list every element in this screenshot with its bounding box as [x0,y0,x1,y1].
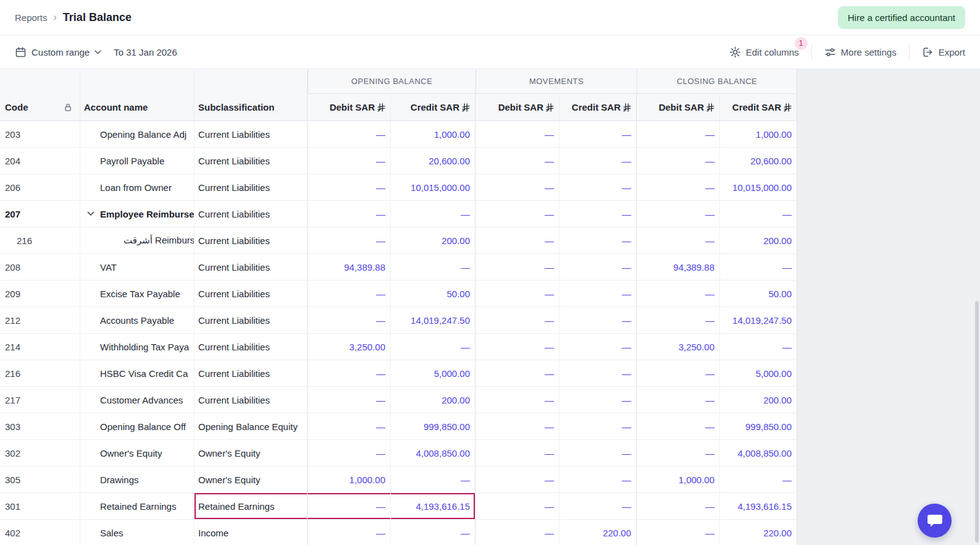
closing-credit-cell[interactable]: 4,193,616.15 [720,493,797,520]
table-row[interactable]: 204 Payroll Payable Current Liabilities … [0,148,797,174]
opening-debit-cell[interactable]: — [308,121,391,148]
movements-debit-cell[interactable]: — [475,148,559,174]
closing-credit-cell[interactable]: — [720,467,797,493]
account-name-cell[interactable]: Drawings [80,467,195,493]
account-name-cell[interactable]: أشرقت Reimburse [80,227,195,254]
opening-credit-cell[interactable]: 14,019,247.50 [391,307,475,334]
closing-debit-cell[interactable]: — [637,121,720,148]
movements-credit-cell[interactable]: — [559,148,637,174]
opening-debit-cell[interactable]: — [308,281,391,307]
table-row[interactable]: 305 Drawings Owner's Equity 1,000.00 — —… [0,467,797,493]
opening-debit-cell[interactable]: — [308,174,391,201]
account-name-cell[interactable]: VAT [80,254,195,281]
closing-debit-cell[interactable]: — [637,520,720,545]
opening-credit-cell[interactable]: 200.00 [391,227,475,254]
vertical-scrollbar[interactable] [975,301,979,543]
opening-credit-cell[interactable]: 5,000.00 [391,360,475,387]
table-row[interactable]: 301 Retained Earnings Retained Earnings … [0,493,797,520]
closing-debit-cell[interactable]: — [637,281,720,307]
table-row[interactable]: 207 Employee Reimburse Current Liabiliti… [0,201,797,227]
date-range-picker[interactable]: Custom range [15,46,101,58]
account-name-cell[interactable]: Payroll Payable [80,148,195,174]
opening-debit-cell[interactable]: — [308,307,391,334]
movements-credit-cell[interactable]: — [559,440,637,467]
edit-columns-button[interactable]: Edit columns 1 [729,46,799,58]
closing-debit-cell[interactable]: — [637,148,720,174]
movements-debit-cell[interactable]: — [475,413,559,440]
column-header-account-name[interactable]: Account name [80,94,195,121]
movements-debit-cell[interactable]: — [475,360,559,387]
closing-credit-cell[interactable]: 1,000.00 [720,121,797,148]
movements-debit-cell[interactable]: — [475,307,559,334]
opening-debit-cell[interactable]: 1,000.00 [308,467,391,493]
date-range-to[interactable]: To 31 Jan 2026 [114,47,177,57]
movements-credit-cell[interactable]: — [559,334,637,360]
closing-credit-cell[interactable]: 999,850.00 [720,413,797,440]
table-row[interactable]: 212 Accounts Payable Current Liabilities… [0,307,797,334]
more-settings-button[interactable]: More settings [824,46,897,58]
movements-debit-cell[interactable]: — [475,254,559,281]
table-row[interactable]: 214 Withholding Tax Paya Current Liabili… [0,334,797,360]
opening-debit-cell[interactable]: — [308,227,391,254]
closing-credit-cell[interactable]: — [720,254,797,281]
closing-debit-cell[interactable]: 1,000.00 [637,467,720,493]
opening-credit-cell[interactable]: — [391,201,475,227]
closing-debit-cell[interactable]: — [637,174,720,201]
opening-credit-cell[interactable]: — [391,334,475,360]
account-name-cell[interactable]: Opening Balance Off [80,413,195,440]
opening-credit-cell[interactable]: — [391,254,475,281]
column-header-opening-debit[interactable]: Debit SAR [308,94,391,121]
movements-credit-cell[interactable]: — [559,307,637,334]
movements-debit-cell[interactable]: — [475,467,559,493]
closing-debit-cell[interactable]: — [637,201,720,227]
account-name-cell[interactable]: Loan from Owner [80,174,195,201]
movements-debit-cell[interactable]: — [475,440,559,467]
movements-debit-cell[interactable]: — [475,281,559,307]
movements-debit-cell[interactable]: — [475,227,559,254]
account-name-cell[interactable]: Sales [80,520,195,545]
opening-debit-cell[interactable]: — [308,440,391,467]
table-row[interactable]: 206 Loan from Owner Current Liabilities … [0,174,797,201]
closing-debit-cell[interactable]: — [637,440,720,467]
opening-debit-cell[interactable]: — [308,360,391,387]
movements-credit-cell[interactable]: — [559,201,637,227]
column-header-closing-debit[interactable]: Debit SAR [637,94,720,121]
opening-debit-cell[interactable]: — [308,413,391,440]
movements-debit-cell[interactable]: — [475,387,559,413]
movements-credit-cell[interactable]: — [559,174,637,201]
movements-credit-cell[interactable]: 220.00 [559,520,637,545]
opening-debit-cell[interactable]: 3,250.00 [308,334,391,360]
closing-credit-cell[interactable]: 4,008,850.00 [720,440,797,467]
movements-credit-cell[interactable]: — [559,413,637,440]
table-row[interactable]: 216 HSBC Visa Credit Ca Current Liabilit… [0,360,797,387]
closing-credit-cell[interactable]: 10,015,000.00 [720,174,797,201]
opening-credit-cell[interactable]: 4,008,850.00 [391,440,475,467]
closing-debit-cell[interactable]: 94,389.88 [637,254,720,281]
opening-credit-cell[interactable]: 50.00 [391,281,475,307]
closing-debit-cell[interactable]: 3,250.00 [637,334,720,360]
account-name-cell[interactable]: Accounts Payable [80,307,195,334]
account-name-cell[interactable]: Customer Advances [80,387,195,413]
chat-widget-button[interactable] [918,504,952,538]
opening-credit-cell[interactable]: 200.00 [391,387,475,413]
account-name-cell[interactable]: Employee Reimburse [80,201,195,227]
table-row[interactable]: 402 Sales Income — — — 220.00 — 220.00 [0,520,797,545]
column-header-opening-credit[interactable]: Credit SAR [391,94,475,121]
account-name-cell[interactable]: Owner's Equity [80,440,195,467]
table-row[interactable]: 216 أشرقت Reimburse Current Liabilities … [0,227,797,254]
movements-credit-cell[interactable]: — [559,493,637,520]
table-row[interactable]: 203 Opening Balance Adj Current Liabilit… [0,121,797,148]
opening-credit-cell[interactable]: — [391,467,475,493]
closing-debit-cell[interactable]: — [637,227,720,254]
chevron-down-icon[interactable] [87,211,94,216]
opening-credit-cell[interactable]: 999,850.00 [391,413,475,440]
movements-debit-cell[interactable]: — [475,493,559,520]
column-header-movements-credit[interactable]: Credit SAR [559,94,637,121]
table-row[interactable]: 217 Customer Advances Current Liabilitie… [0,387,797,413]
closing-credit-cell[interactable]: — [720,201,797,227]
opening-debit-cell[interactable]: — [308,148,391,174]
closing-debit-cell[interactable]: — [637,307,720,334]
breadcrumb-reports-link[interactable]: Reports [15,12,48,23]
opening-debit-cell[interactable]: — [308,493,391,520]
column-header-closing-credit[interactable]: Credit SAR [720,94,797,121]
